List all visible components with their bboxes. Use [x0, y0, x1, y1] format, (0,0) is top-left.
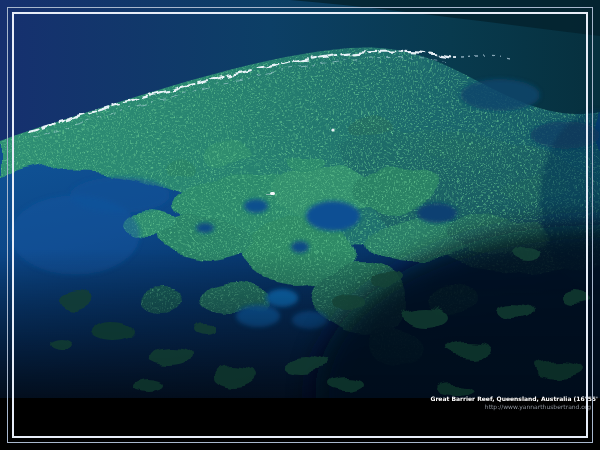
- wallpaper: Great Barrier Reef, Queensland, Australi…: [0, 0, 600, 450]
- photo-caption: Great Barrier Reef, Queensland, Australi…: [426, 395, 600, 410]
- caption-url: http://www.yannarthusbertrand.org: [426, 403, 600, 410]
- reef-photo: [0, 0, 600, 398]
- caption-title: Great Barrier Reef, Queensland, Australi…: [426, 395, 600, 402]
